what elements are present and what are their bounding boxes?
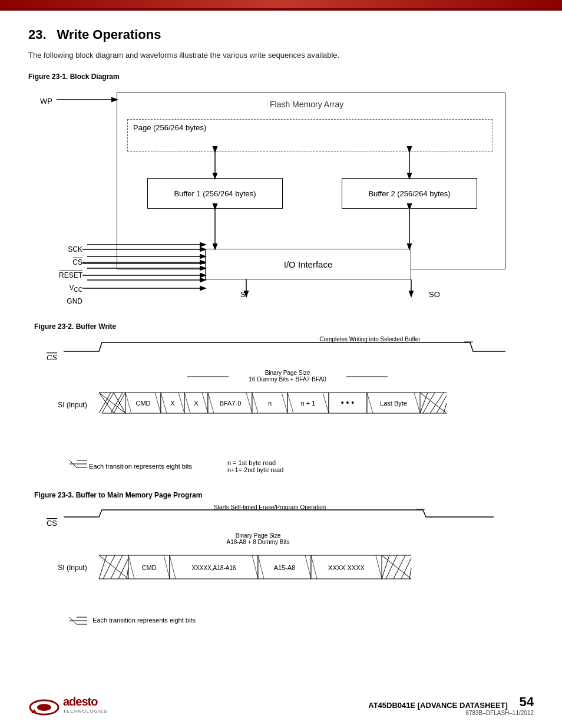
figure2-section: Figure 23-2. Buffer Write CS Completes W… [34,322,534,473]
legend3-transitions: Each transition represents eight bits [70,616,196,625]
buffer2-label: Buffer 2 (256/264 bytes) [368,189,450,198]
footer-left: adesto TECHNOLOGIES [28,693,108,716]
svg-text:• • •: • • • [341,398,355,407]
legend-right2: n+1= 2nd byte read [227,466,283,473]
figure1-label: Figure 23-1. Block Diagram [28,73,534,81]
figure3-section: Figure 23-3. Buffer to Main Memory Page … [34,491,534,625]
page-label: Page (256/264 bytes) [133,123,206,132]
svg-line-83 [111,555,123,579]
page-number: 54 [520,694,534,710]
svg-text:X: X [170,400,175,407]
so-label: SO [429,290,440,299]
signal-vcc: VCC [40,282,86,295]
wp-label: WP [40,97,52,106]
legend-transitions: Each transition represents eight bits [70,459,192,473]
svg-text:n + 1: n + 1 [301,400,316,407]
logo-icon [28,693,61,716]
svg-line-105 [382,555,389,579]
figure3-label: Figure 23-3. Buffer to Main Memory Page … [34,491,534,499]
footer-doc-sub: 8783B–DFLASH–11/2012 [368,710,534,716]
top-bar-accent [0,8,562,11]
legend-left-text: Each transition represents eight bits [89,463,192,470]
signal-labels: SCK CS RESET VCC GND [40,243,86,308]
legend-reads: n = 1st byte read n+1= 2nd byte read [227,459,283,473]
svg-text:SI (Input): SI (Input) [58,401,87,409]
block-diagram: WP Flash Memory Array Page (256/264 byte… [40,87,523,305]
buffer2-box: Buffer 2 (256/264 bytes) [342,178,477,209]
section-title: Write Operations [57,27,161,42]
svg-text:Completes Writing into Selecte: Completes Writing into Selected Buffer [319,337,421,342]
svg-text:Binary Page Size: Binary Page Size [236,532,281,539]
svg-point-116 [37,704,51,711]
legend-right1: n = 1st byte read [227,459,283,466]
figure3-legend: Each transition represents eight bits [70,616,534,625]
figure2-label: Figure 23-2. Buffer Write [34,322,534,331]
section-number: 23. [28,27,47,42]
svg-line-27 [99,393,111,413]
page-footer: adesto TECHNOLOGIES AT45DB041E [ADVANCE … [0,693,562,716]
signal-gnd: GND [40,295,86,308]
figure2-svg: CS Completes Writing into Selected Buffe… [34,337,541,454]
svg-text:XXXXX,A18-A16: XXXXX,A18-A16 [191,565,236,571]
svg-text:CMD: CMD [135,400,150,407]
footer-doc-title: AT45DB041E [ADVANCE DATASHEET] [368,701,508,710]
svg-text:Last Byte: Last Byte [380,400,407,407]
io-interface-label: I/O Interface [284,259,333,269]
svg-text:16 Dummy Bits + BFA7-BFA0: 16 Dummy Bits + BFA7-BFA0 [249,376,326,383]
footer-right: AT45DB041E [ADVANCE DATASHEET] 54 8783B–… [368,694,534,716]
buffer1-label: Buffer 1 (256/264 bytes) [174,189,256,198]
legend3-left-text: Each transition represents eight bits [92,617,196,624]
svg-text:SI (Input): SI (Input) [58,564,87,572]
signal-cs: CS [40,256,86,269]
adesto-logo: adesto TECHNOLOGIES [28,693,108,716]
svg-text:Binary Page Size: Binary Page Size [265,370,310,376]
svg-text:CS: CS [47,353,57,362]
top-bar [0,0,562,11]
svg-text:CMD: CMD [141,564,156,571]
figure2-waveform: CS Completes Writing into Selected Buffe… [34,337,541,454]
svg-text:Starts Self-timed Erase/Progra: Starts Self-timed Erase/Program Operatio… [214,505,326,510]
figure3-svg: CS Starts Self-timed Erase/Program Opera… [34,505,541,611]
svg-text:CS: CS [47,519,57,528]
svg-line-65 [437,396,447,413]
signal-sck: SCK [40,243,86,256]
io-interface-box: I/O Interface [205,249,411,279]
si-label: SI [240,290,247,299]
svg-text:XXXX XXXX: XXXX XXXX [328,564,365,571]
signal-reset: RESET [40,269,86,282]
logo-text: adesto [63,695,108,709]
figure3-waveform: CS Starts Self-timed Erase/Program Opera… [34,505,541,611]
svg-text:X: X [194,400,199,407]
svg-line-64 [430,393,444,413]
svg-text:BFA7-0: BFA7-0 [220,400,242,407]
intro-text: The following block diagram and waveform… [28,51,534,60]
svg-text:A15-A8: A15-A8 [274,564,296,571]
svg-text:A18-A8 + 8 Dummy Bits: A18-A8 + 8 Dummy Bits [227,539,290,545]
buffer1-box: Buffer 1 (256/264 bytes) [147,178,283,209]
logo-sub: TECHNOLOGIES [63,709,108,714]
svg-line-109 [409,568,411,579]
svg-text:n: n [268,400,272,407]
svg-line-82 [103,555,115,579]
svg-line-81 [99,555,107,579]
section-heading: 23. Write Operations [28,27,534,42]
figure2-legend: Each transition represents eight bits n … [70,459,534,473]
flash-memory-label: Flash Memory Array [270,100,343,109]
